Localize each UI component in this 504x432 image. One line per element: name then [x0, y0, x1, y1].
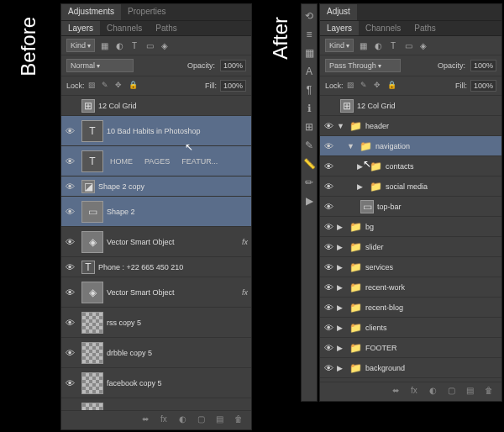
lock-brush-icon[interactable]: ✎ [360, 81, 370, 91]
fx-indicator[interactable]: fx [242, 288, 248, 297]
trash-icon[interactable]: 🗑 [234, 414, 246, 426]
snap-icon[interactable]: ⊞ [302, 120, 316, 134]
layer-row[interactable]: 👁 ▼ 📁 navigation [320, 136, 501, 156]
lock-transparency-icon[interactable]: ▨ [347, 81, 357, 91]
character-icon[interactable]: A [302, 65, 316, 78]
blend-mode-dropdown[interactable]: Pass Through [325, 59, 401, 72]
layer-name[interactable]: Shape 2 copy [98, 182, 251, 191]
layer-name[interactable]: facebook copy 5 [107, 379, 251, 387]
visibility-toggle[interactable]: 👁 [320, 282, 337, 292]
layer-name[interactable]: Phone : +22 665 450 210 [98, 263, 251, 271]
tab-channels[interactable]: Channels [100, 21, 149, 35]
layer-name[interactable]: services [365, 263, 501, 271]
layer-name[interactable]: contacts [386, 162, 501, 171]
layer-row[interactable]: 👁 facebook copy 5 [61, 368, 251, 398]
layer-name[interactable]: slider [365, 243, 501, 251]
layer-row[interactable]: 👁 ▼ 📁 header [320, 116, 501, 136]
layer-row[interactable]: 👁 ▶ 📁 recent-blog [320, 298, 501, 318]
new-layer-icon[interactable]: ▤ [216, 414, 228, 426]
layer-name[interactable]: Shape 2 [107, 208, 251, 216]
tab-properties[interactable]: Properties [121, 4, 173, 20]
layer-name[interactable]: Vector Smart Object [107, 238, 242, 246]
tab-adjust[interactable]: Adjust [320, 4, 357, 20]
fx-indicator[interactable]: fx [242, 238, 248, 246]
visibility-toggle[interactable]: 👁 [320, 242, 337, 252]
layer-name[interactable]: drbble copy 5 [107, 349, 251, 357]
layer-row[interactable]: 👁 T 10 Bad Habits in Photoshop [61, 116, 251, 146]
visibility-toggle[interactable]: 👁 [320, 182, 337, 192]
folder-icon[interactable]: ▢ [448, 386, 459, 398]
layer-name[interactable]: 10 Bad Habits in Photoshop [107, 127, 251, 135]
lock-all-icon[interactable]: 🔒 [129, 81, 139, 91]
layer-name[interactable]: header [365, 122, 501, 130]
expand-arrow-icon[interactable]: ▶ [337, 243, 345, 251]
layer-name[interactable]: clients [365, 324, 501, 332]
filter-image-icon[interactable]: ▦ [357, 40, 369, 51]
expand-arrow-icon[interactable]: ▼ [337, 122, 345, 130]
layer-name[interactable]: navigation [375, 142, 501, 150]
visibility-toggle[interactable]: 👁 [320, 222, 337, 232]
actions-icon[interactable]: ▶ [302, 194, 316, 208]
layer-row[interactable]: 👁 T Phone : +22 665 450 210 [61, 257, 251, 277]
layer-row[interactable]: 👁 ◈ Vector Smart Object fx [61, 227, 251, 257]
filter-kind-dropdown[interactable]: Kind [66, 39, 95, 52]
visibility-toggle[interactable]: 👁 [320, 202, 337, 212]
fx-icon[interactable]: fx [160, 414, 172, 426]
lock-move-icon[interactable]: ✥ [115, 81, 125, 91]
visibility-toggle[interactable]: 👁 [61, 207, 78, 217]
filter-adjust-icon[interactable]: ◐ [372, 40, 384, 51]
expand-arrow-icon[interactable]: ▶ [337, 283, 345, 292]
tab-layers[interactable]: Layers [61, 21, 100, 35]
layer-row[interactable]: 👁 ▶ 📁 contacts [320, 156, 501, 176]
layer-row[interactable]: 👁 ▶ 📁 clients [320, 318, 501, 338]
visibility-toggle[interactable]: 👁 [320, 323, 337, 333]
layer-name[interactable]: bg [365, 223, 501, 231]
layer-name[interactable]: background [365, 364, 501, 372]
trash-icon[interactable]: 🗑 [485, 386, 496, 398]
visibility-toggle[interactable]: 👁 [320, 363, 337, 373]
visibility-toggle[interactable]: 👁 [61, 318, 78, 328]
filter-image-icon[interactable]: ▦ [98, 40, 110, 51]
filter-shape-icon[interactable]: ▭ [402, 40, 414, 51]
layer-row[interactable]: 👁 ▶ 📁 services [320, 257, 501, 277]
layer-row[interactable]: 👁 ▭ top-bar [320, 197, 501, 217]
layer-row[interactable]: 👁 rss copy 5 [61, 308, 251, 338]
layer-row[interactable]: 👁 ▶ 📁 FOOTER [320, 338, 501, 358]
notes-icon[interactable]: ✎ [302, 139, 316, 152]
blend-mode-dropdown[interactable]: Normal [66, 59, 134, 72]
layer-row[interactable]: 👁 ◈ Vector Smart Object fx [61, 277, 251, 308]
expand-arrow-icon[interactable]: ▶ [337, 364, 345, 372]
lock-all-icon[interactable]: 🔒 [387, 81, 397, 91]
visibility-toggle[interactable]: 👁 [61, 182, 78, 192]
layer-row[interactable]: 👁 T HOME PAGES FEATUR... [61, 146, 251, 176]
visibility-toggle[interactable]: 👁 [320, 303, 337, 313]
visibility-toggle[interactable]: 👁 [61, 126, 78, 136]
expand-arrow-icon[interactable]: ▶ [357, 182, 365, 191]
layer-row[interactable]: 👁 drbble copy 5 [61, 338, 251, 368]
layer-row[interactable]: 👁 ▶ 📁 background [320, 358, 501, 378]
tab-layers[interactable]: Layers [320, 21, 359, 35]
mask-icon[interactable]: ◐ [429, 386, 441, 398]
tab-adjustments[interactable]: Adjustments [61, 4, 121, 20]
layer-name[interactable]: FOOTER [365, 344, 501, 352]
fill-value[interactable]: 100% [470, 80, 496, 92]
filter-kind-dropdown[interactable]: Kind [325, 39, 354, 52]
layer-name[interactable]: top-bar [377, 203, 501, 211]
link-icon[interactable]: ⬌ [392, 386, 404, 398]
layer-name[interactable]: recent-work [365, 283, 501, 292]
info-icon[interactable]: ℹ [302, 102, 316, 115]
layer-row[interactable]: ⊞ 12 Col Grid [61, 96, 251, 116]
expand-arrow-icon[interactable]: ▶ [337, 324, 345, 332]
mask-icon[interactable]: ◐ [179, 414, 191, 426]
layer-row[interactable]: 👁 ▶ 📁 slider [320, 237, 501, 257]
ruler-icon[interactable]: 📏 [302, 157, 316, 171]
layer-row[interactable]: 👁 ▶ 📁 social media [320, 176, 501, 197]
fx-icon[interactable]: fx [411, 386, 423, 398]
lock-transparency-icon[interactable]: ▨ [88, 81, 98, 91]
visibility-toggle[interactable]: 👁 [61, 378, 78, 388]
layer-row[interactable]: 👁 ▶ 📁 bg [320, 217, 501, 237]
filter-shape-icon[interactable]: ▭ [144, 40, 155, 51]
layer-name[interactable]: rss copy 5 [107, 319, 251, 327]
visibility-toggle[interactable]: 👁 [61, 348, 78, 358]
visibility-toggle[interactable]: 👁 [61, 287, 78, 298]
